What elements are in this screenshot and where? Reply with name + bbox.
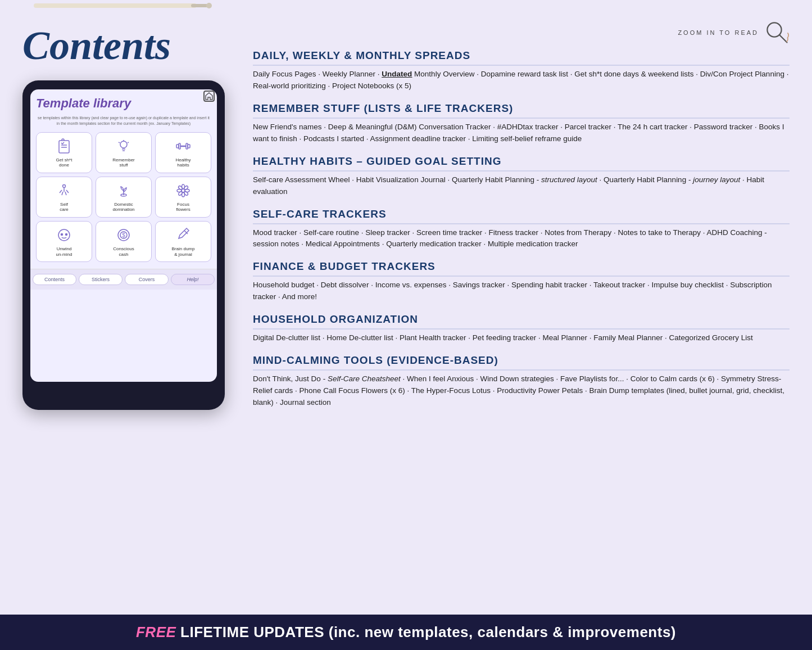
section-title: SELF-CARE TRACKERS [253,208,790,220]
tablet-outer: Template library se templates within thi… [22,80,225,410]
footer-rest-label: LIFETIME UPDATES (inc. new templates, ca… [176,624,676,640]
svg-line-8 [119,142,120,143]
section-body: Self-care Assessment Wheel · Habit Visua… [253,174,790,198]
section-body: New Friend's names · Deep & Meaningful (… [253,121,790,145]
section-title: DAILY, WEEKLY & MONTHLY SPREADS [253,49,790,62]
template-item-unwind[interactable]: Unwindun-mind [36,221,92,262]
face-icon [55,226,73,244]
dumbbell-icon [174,137,192,155]
section-body: Digital De-clutter list · Home De-clutte… [253,332,790,344]
nav-btn-covers[interactable]: Covers [125,274,169,285]
nav-btn-contents[interactable]: Contents [33,274,76,285]
template-item-focus-flowers[interactable]: Focusflowers [155,177,211,218]
section-self-care: SELF-CARE TRACKERS Mood tracker · Self-c… [253,208,790,251]
home-icon [203,91,215,102]
tablet-content: Template library se templates within thi… [30,89,217,269]
section-divider [253,65,790,66]
svg-rect-1 [191,4,208,7]
section-title: HOUSEHOLD ORGANIZATION [253,313,790,326]
section-divider [253,170,790,171]
section-title: REMEMBER STUFF (LISTS & LIFE TRACKERS) [253,102,790,115]
zoom-hint-text: ZOOM IN TO READ [678,29,759,36]
section-body: Don't Think, Just Do - Self-Care Cheatsh… [253,373,790,409]
svg-point-2 [206,3,212,8]
section-healthy-habits: HEALTHY HABITS – GUIDED GOAL SETTING Sel… [253,155,790,198]
svg-point-27 [61,233,63,235]
template-label: Consciouscash [113,246,134,257]
svg-line-9 [128,142,129,143]
template-label: Healthyhabits [175,157,190,168]
footer-free-label: FREE [136,624,176,640]
nav-btn-stickers[interactable]: Stickers [79,274,123,285]
section-divider [253,328,790,329]
template-label: Brain dump& journal [172,246,195,257]
svg-rect-12 [179,143,180,149]
magnifier-icon [764,20,790,45]
template-label: Unwindun-mind [56,246,72,257]
pencil-icon [174,226,192,244]
tablet-nav-bar: Contents Stickers Covers Help! [30,269,217,290]
main-content: Contents [0,0,812,615]
template-item-remember-stuff[interactable]: Rememberstuff [96,132,152,173]
zoom-hint: ZOOM IN TO READ [253,20,790,45]
svg-point-26 [58,229,70,241]
template-label: Get sh*tdone [56,157,72,168]
section-daily-weekly: DAILY, WEEKLY & MONTHLY SPREADS Daily Fo… [253,49,790,92]
money-icon: $ [115,226,133,244]
svg-line-34 [779,35,787,43]
section-household: HOUSEHOLD ORGANIZATION Digital De-clutte… [253,313,790,344]
section-remember-stuff: REMEMBER STUFF (LISTS & LIFE TRACKERS) N… [253,102,790,145]
template-item-conscious-cash[interactable]: $ Consciouscash [96,221,152,262]
template-item-domestic-domination[interactable]: Domesticdomination [96,177,152,218]
svg-rect-13 [186,143,188,149]
svg-point-28 [66,233,67,235]
template-label: Selfcare [60,202,69,213]
page-title: Contents [17,22,230,69]
plant-icon [115,182,133,200]
template-item-self-care[interactable]: Selfcare [36,177,92,218]
section-divider [253,118,790,119]
clipboard-icon [55,137,73,155]
left-panel: Contents [0,11,236,609]
section-divider [253,276,790,277]
section-finance: FINANCE & BUDGET TRACKERS Household budg… [253,260,790,303]
page-wrapper: Contents [0,0,812,650]
section-divider [253,223,790,224]
tablet-home-bar [203,91,215,102]
template-label: Domesticdomination [112,202,134,213]
flower-icon [174,182,192,200]
tablet-mockup: Template library se templates within thi… [22,80,225,410]
section-body: Household budget · Debt dissolver · Inco… [253,279,790,303]
library-title: Template library [36,96,211,111]
section-mind-calming: MIND-CALMING TOOLS (EVIDENCE-BASED) Don'… [253,354,790,409]
section-body: Daily Focus Pages · Weekly Planner · Und… [253,69,790,92]
svg-rect-0 [34,3,197,8]
template-label: Focusflowers [176,202,190,213]
tablet-description: se templates within this library (and cl… [36,115,211,127]
template-item-brain-dump[interactable]: Brain dump& journal [155,221,211,262]
yoga-icon [55,182,73,200]
template-item-get-sht-done[interactable]: Get sh*tdone [36,132,92,173]
svg-point-6 [120,141,127,148]
stylus-decoration [34,0,214,14]
nav-btn-help[interactable]: Help! [171,274,215,285]
section-title: MIND-CALMING TOOLS (EVIDENCE-BASED) [253,354,790,367]
section-title: FINANCE & BUDGET TRACKERS [253,260,790,273]
template-label: Rememberstuff [112,157,135,168]
footer-banner: FREE LIFETIME UPDATES (inc. new template… [0,615,812,650]
lightbulb-icon [115,137,133,155]
section-body: Mood tracker · Self-care routine · Sleep… [253,227,790,251]
svg-point-15 [63,184,66,187]
section-divider [253,369,790,371]
tablet-screen: Template library se templates within thi… [30,89,217,382]
template-grid: Get sh*tdone Rememberstuff [36,132,211,263]
right-panel: ZOOM IN TO READ DAILY, WEEKLY & MONTHLY … [236,11,812,609]
template-item-healthy-habits[interactable]: Healthyhabits [155,132,211,173]
section-title: HEALTHY HABITS – GUIDED GOAL SETTING [253,155,790,168]
svg-text:$: $ [122,232,125,238]
